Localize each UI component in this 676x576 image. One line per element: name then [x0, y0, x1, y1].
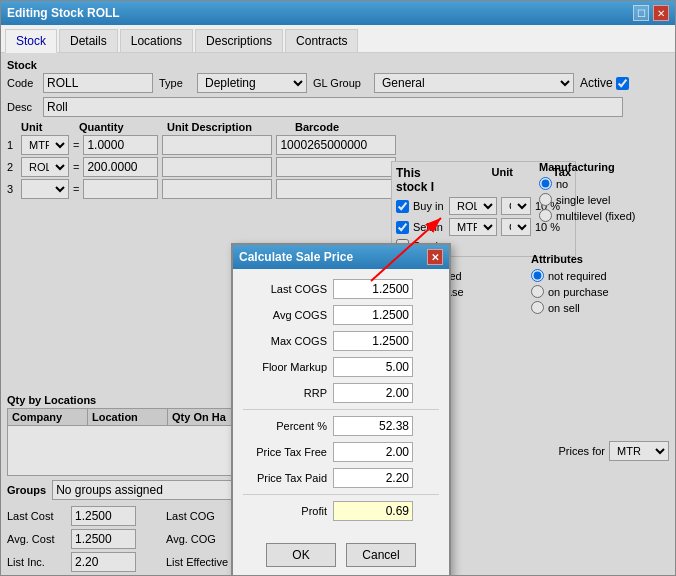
window-title: Editing Stock ROLL — [7, 6, 120, 20]
floor-markup-dialog-label: Floor Markup — [243, 361, 333, 373]
dialog-title-bar: Calculate Sale Price ✕ — [233, 245, 449, 269]
tab-locations[interactable]: Locations — [120, 29, 193, 52]
rrp-dialog-label: RRP — [243, 387, 333, 399]
percent-dialog-label: Percent % — [243, 420, 333, 432]
price-tax-free-dialog-row: Price Tax Free — [243, 442, 439, 462]
ok-button[interactable]: OK — [266, 543, 336, 567]
max-cogs-dialog-input[interactable] — [333, 331, 413, 351]
percent-dialog-input[interactable] — [333, 416, 413, 436]
profit-dialog-label: Profit — [243, 505, 333, 517]
profit-dialog-input[interactable] — [333, 501, 413, 521]
floor-markup-dialog-input[interactable] — [333, 357, 413, 377]
avg-cogs-dialog-input[interactable] — [333, 305, 413, 325]
tab-contracts[interactable]: Contracts — [285, 29, 358, 52]
dialog-title-text: Calculate Sale Price — [239, 250, 353, 264]
calculate-sale-price-dialog: Calculate Sale Price ✕ Last COGS Avg COG… — [231, 243, 451, 575]
last-cogs-dialog-input[interactable] — [333, 279, 413, 299]
restore-button[interactable]: ☐ — [633, 5, 649, 21]
price-tax-free-dialog-input[interactable] — [333, 442, 413, 462]
close-button[interactable]: ✕ — [653, 5, 669, 21]
avg-cogs-dialog-row: Avg COGS — [243, 305, 439, 325]
last-cogs-dialog-label: Last COGS — [243, 283, 333, 295]
profit-dialog-row: Profit — [243, 501, 439, 521]
title-controls: ☐ ✕ — [633, 5, 669, 21]
price-tax-paid-dialog-label: Price Tax Paid — [243, 472, 333, 484]
avg-cogs-dialog-label: Avg COGS — [243, 309, 333, 321]
tab-descriptions[interactable]: Descriptions — [195, 29, 283, 52]
cancel-button[interactable]: Cancel — [346, 543, 416, 567]
floor-markup-dialog-row: Floor Markup — [243, 357, 439, 377]
rrp-dialog-input[interactable] — [333, 383, 413, 403]
percent-dialog-row: Percent % — [243, 416, 439, 436]
dialog-buttons: OK Cancel — [233, 537, 449, 575]
max-cogs-dialog-row: Max COGS — [243, 331, 439, 351]
main-content: Stock Code Type Depleting GL Group Gener… — [1, 53, 675, 575]
title-bar: Editing Stock ROLL ☐ ✕ — [1, 1, 675, 25]
rrp-dialog-row: RRP — [243, 383, 439, 403]
dialog-close-button[interactable]: ✕ — [427, 249, 443, 265]
tab-details[interactable]: Details — [59, 29, 118, 52]
dialog-content: Last COGS Avg COGS Max COGS — [233, 269, 449, 537]
max-cogs-dialog-label: Max COGS — [243, 335, 333, 347]
main-window: Editing Stock ROLL ☐ ✕ Stock Details Loc… — [0, 0, 676, 576]
tab-bar: Stock Details Locations Descriptions Con… — [1, 25, 675, 53]
price-tax-free-dialog-label: Price Tax Free — [243, 446, 333, 458]
last-cogs-dialog-row: Last COGS — [243, 279, 439, 299]
dialog-overlay: Calculate Sale Price ✕ Last COGS Avg COG… — [1, 53, 675, 575]
price-tax-paid-dialog-row: Price Tax Paid — [243, 468, 439, 488]
price-tax-paid-dialog-input[interactable] — [333, 468, 413, 488]
tab-stock[interactable]: Stock — [5, 29, 57, 53]
